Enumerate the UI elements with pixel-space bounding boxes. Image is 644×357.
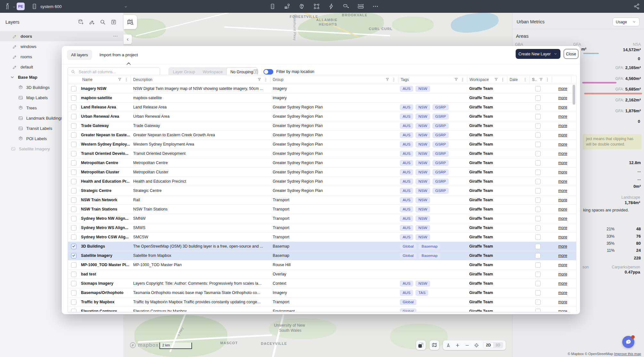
more-link[interactable]: more: [552, 253, 571, 258]
street-tool-icon[interactable]: [284, 3, 291, 10]
row-checkbox[interactable]: [71, 272, 76, 277]
row-checkbox[interactable]: [71, 123, 76, 129]
table-row[interactable]: mapbox-satellitemapbox-satelliteimageryG…: [68, 93, 576, 103]
more-link[interactable]: more: [552, 235, 571, 239]
more-link[interactable]: more: [552, 290, 571, 295]
add-data-layer-icon[interactable]: [78, 19, 84, 25]
toggle-2d[interactable]: 2D: [484, 343, 493, 348]
share-checkbox[interactable]: [535, 234, 541, 240]
row-checkbox[interactable]: [71, 170, 76, 175]
more-link[interactable]: more: [552, 281, 571, 286]
filter-funnel-icon[interactable]: [385, 77, 390, 82]
table-row[interactable]: Traffic by MapboxTraffic by Mapbox\n Map…: [68, 298, 576, 307]
building-tool-icon[interactable]: [269, 3, 276, 10]
basemap-style-button[interactable]: [416, 340, 426, 350]
share-checkbox[interactable]: [535, 142, 541, 147]
share-checkbox[interactable]: [535, 86, 541, 91]
locate-icon[interactable]: [474, 342, 479, 348]
more-link[interactable]: more: [552, 226, 571, 230]
more-link[interactable]: more: [552, 179, 571, 184]
save-filter-icon[interactable]: [253, 68, 259, 75]
item-menu-icon[interactable]: ⋯: [113, 33, 118, 39]
filter-by-map-location-toggle[interactable]: [263, 69, 273, 75]
filter-funnel-icon[interactable]: [454, 77, 458, 82]
table-row[interactable]: NSW Train StationsNSW Train StationsTran…: [68, 205, 576, 214]
table-scrollbar[interactable]: [573, 84, 575, 310]
column-menu-icon[interactable]: ⋮: [523, 77, 527, 82]
column-menu-icon[interactable]: ⋮: [124, 77, 128, 82]
collapse-panel-button[interactable]: [124, 35, 132, 44]
table-row[interactable]: Urban Renewal AreaUrban Renewal AreaGrea…: [68, 112, 576, 121]
share-checkbox[interactable]: [535, 290, 541, 296]
row-checkbox-checked[interactable]: [71, 253, 76, 258]
usage-select[interactable]: Usage: [613, 18, 640, 26]
table-row[interactable]: Sydney Metro NW Align...SMNWTransportAUS…: [68, 214, 576, 223]
table-row[interactable]: Western Sydney Employ...Western Sydney E…: [68, 140, 576, 149]
share-checkbox[interactable]: [535, 309, 541, 312]
share-checkbox[interactable]: [535, 281, 541, 286]
table-row[interactable]: Sydney Metro CSW Alig...SMCSWTransportAU…: [68, 233, 576, 242]
table-row[interactable]: Greater Nepean to Easte...Greater Nepean…: [68, 131, 576, 140]
table-row[interactable]: Sydney Metro WS Align...SMWSTransportAUS…: [68, 223, 576, 233]
more-link[interactable]: more: [552, 105, 571, 109]
more-link[interactable]: more: [552, 170, 571, 174]
share-checkbox[interactable]: [535, 253, 541, 258]
more-link[interactable]: more: [552, 114, 571, 119]
row-checkbox[interactable]: [71, 299, 76, 305]
more-link[interactable]: more: [552, 263, 571, 267]
column-menu-icon[interactable]: ⋮: [501, 77, 505, 82]
project-chevron-icon[interactable]: [124, 4, 128, 9]
row-checkbox[interactable]: [71, 207, 76, 212]
share-checkbox[interactable]: [535, 225, 541, 231]
filter-funnel-icon[interactable]: [118, 77, 122, 82]
extrude-tool-icon[interactable]: [298, 3, 305, 10]
table-row[interactable]: MP-1000_TOD Master Pl...MP-1000_TOD Mast…: [68, 260, 576, 270]
share-checkbox[interactable]: [535, 272, 541, 277]
more-link[interactable]: more: [552, 207, 571, 211]
column-menu-icon[interactable]: ⋮: [461, 77, 465, 82]
more-link[interactable]: more: [552, 96, 571, 100]
more-link[interactable]: more: [552, 309, 571, 312]
row-checkbox[interactable]: [71, 151, 76, 156]
share-checkbox[interactable]: [535, 299, 541, 305]
giraffe-logo-icon[interactable]: [4, 2, 12, 11]
column-menu-icon[interactable]: ⋮: [545, 77, 550, 82]
scrollbar-thumb[interactable]: [573, 85, 575, 105]
project-badge[interactable]: PE: [17, 3, 25, 10]
share-checkbox[interactable]: [535, 188, 541, 194]
share-checkbox[interactable]: [535, 95, 541, 101]
table-row[interactable]: Transit Oriented Develo...Transit Orient…: [68, 149, 576, 158]
table-row[interactable]: Metropolitan CentreMetropolitan CentreGr…: [68, 158, 576, 168]
share-checkbox[interactable]: [535, 262, 541, 268]
filter-funnel-icon[interactable]: [539, 77, 543, 82]
more-link[interactable]: more: [552, 244, 571, 249]
row-checkbox[interactable]: [71, 179, 76, 184]
improve-map-link[interactable]: Improve this map: [614, 352, 641, 356]
toggle-3d[interactable]: 3D: [493, 343, 503, 348]
row-checkbox[interactable]: [71, 114, 76, 119]
share-checkbox[interactable]: [535, 244, 541, 249]
row-checkbox[interactable]: [71, 95, 76, 101]
row-checkbox[interactable]: [71, 290, 76, 296]
share-checkbox[interactable]: [535, 216, 541, 221]
column-menu-icon[interactable]: ⋮: [264, 77, 268, 82]
share-checkbox[interactable]: [535, 170, 541, 175]
share-checkbox[interactable]: [535, 160, 541, 166]
row-checkbox[interactable]: [71, 225, 76, 231]
more-link[interactable]: more: [552, 86, 571, 91]
select-tool-icon[interactable]: [313, 3, 320, 10]
more-tool-icon[interactable]: [372, 3, 379, 10]
draw-layer-icon[interactable]: [89, 19, 95, 25]
share-checkbox[interactable]: [535, 151, 541, 156]
help-chat-button[interactable]: ?: [622, 336, 634, 348]
row-checkbox[interactable]: [71, 197, 76, 203]
share-icon[interactable]: [633, 3, 640, 10]
more-link[interactable]: more: [552, 198, 571, 202]
bolt-tool-icon[interactable]: [328, 3, 335, 10]
row-checkbox[interactable]: [71, 142, 76, 147]
table-row[interactable]: Elevation ContoursElevation Contours by …: [68, 307, 576, 312]
row-checkbox[interactable]: [71, 86, 76, 91]
horizontal-scrollbar[interactable]: [68, 312, 570, 313]
sidebar-item-doors[interactable]: doors⋯: [0, 31, 123, 41]
table-row[interactable]: bad testOverlayGiraffe Teammore: [68, 270, 576, 279]
